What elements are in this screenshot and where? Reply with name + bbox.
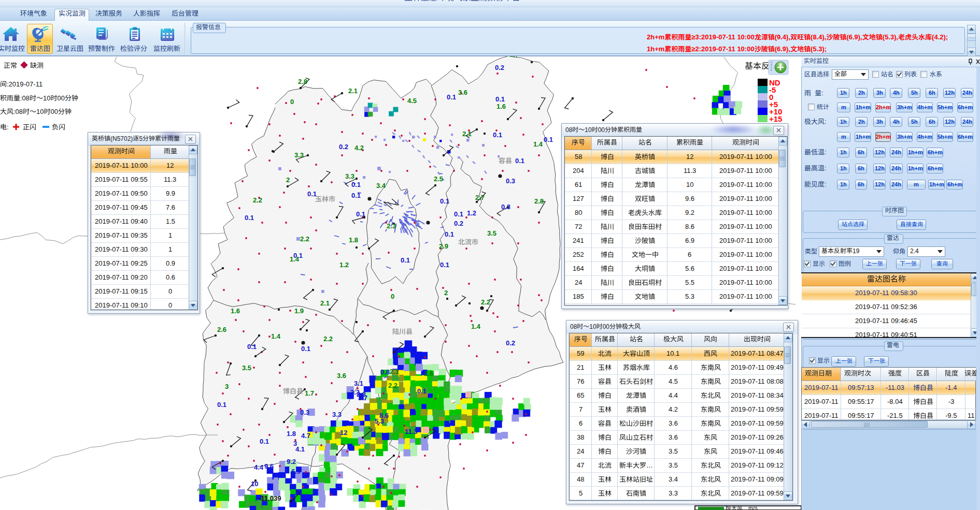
svg-text:12: 12 — [340, 429, 347, 436]
svg-text:(6.9),: (6.9), — [846, 33, 862, 41]
svg-text:0.1: 0.1 — [351, 181, 361, 188]
svg-text:00: 00 — [598, 126, 605, 134]
svg-text:185: 185 — [573, 293, 584, 300]
svg-text:12h: 12h — [945, 90, 955, 96]
svg-text:2019-07-11 09:45: 2019-07-11 09:45 — [95, 203, 148, 211]
svg-text:1h+m: 1h+m — [908, 149, 923, 155]
svg-text:2.2: 2.2 — [388, 382, 397, 389]
svg-text:6h+m: 6h+m — [928, 149, 943, 155]
svg-text:(8.4),: (8.4), — [811, 33, 826, 41]
svg-text:2.9: 2.9 — [439, 242, 448, 250]
svg-text:6.9: 6.9 — [291, 468, 301, 475]
svg-text:2019-07-11 09:52:36: 2019-07-11 09:52:36 — [855, 303, 917, 311]
svg-text:6h+m: 6h+m — [928, 165, 943, 171]
svg-text:61: 61 — [575, 181, 582, 188]
svg-text:-11.039: -11.039 — [259, 494, 281, 502]
svg-text:6h: 6h — [929, 90, 935, 96]
svg-text:2019-07-11 09:12: 2019-07-11 09:12 — [731, 461, 784, 469]
svg-text:4h+m: 4h+m — [917, 134, 932, 140]
svg-text:204: 204 — [573, 167, 584, 174]
svg-text:5h+m: 5h+m — [938, 134, 953, 140]
svg-text:m: m — [914, 181, 919, 187]
svg-text:0.1: 0.1 — [260, 438, 269, 445]
svg-text:2019-07-11 09:55: 2019-07-11 09:55 — [95, 176, 148, 183]
svg-text:5.3: 5.3 — [685, 293, 694, 300]
svg-text:m: m — [841, 134, 846, 140]
svg-text:10: 10 — [251, 480, 258, 488]
svg-text:11.3: 11.3 — [405, 428, 418, 435]
svg-text:2.3: 2.3 — [350, 388, 360, 396]
svg-text:2.1: 2.1 — [348, 87, 358, 95]
svg-text:00: 00 — [58, 94, 65, 102]
svg-text:2019-07-11 10:00: 2019-07-11 10:00 — [719, 223, 772, 230]
svg-text:9.2: 9.2 — [685, 209, 694, 216]
svg-text:-11.03: -11.03 — [886, 384, 904, 391]
svg-text:2019-07-11 09:49: 2019-07-11 09:49 — [731, 363, 784, 371]
svg-text:2h+m: 2h+m — [876, 134, 891, 140]
svg-text:1h: 1h — [840, 90, 847, 96]
svg-text:0.1: 0.1 — [245, 214, 254, 222]
svg-text:4h: 4h — [893, 119, 900, 125]
svg-text:12h: 12h — [875, 165, 885, 171]
svg-text:2.2: 2.2 — [253, 196, 262, 204]
svg-text:48: 48 — [577, 475, 584, 483]
svg-text:0.2: 0.2 — [506, 339, 515, 347]
svg-text:0.1: 0.1 — [417, 387, 427, 395]
svg-text:3.6: 3.6 — [669, 433, 678, 441]
svg-text:9.6: 9.6 — [264, 462, 274, 470]
svg-text:4.4: 4.4 — [669, 391, 678, 399]
svg-text:6h: 6h — [929, 119, 935, 125]
svg-text:3.1: 3.1 — [354, 380, 363, 387]
svg-text:5.6: 5.6 — [685, 265, 694, 272]
svg-text:6h: 6h — [858, 149, 864, 155]
svg-text:3.6: 3.6 — [458, 89, 467, 96]
svg-text:08: 08 — [565, 126, 573, 134]
svg-text:12h: 12h — [945, 119, 955, 125]
svg-text:2019-07-11 09:50: 2019-07-11 09:50 — [95, 190, 148, 197]
svg-text:1.5: 1.5 — [166, 217, 175, 225]
svg-text:2019-07-11: 2019-07-11 — [804, 398, 839, 405]
svg-text:3.3: 3.3 — [332, 411, 342, 418]
svg-text:0.2: 0.2 — [339, 143, 348, 151]
svg-text:0.1: 0.1 — [307, 190, 317, 198]
svg-text:≥3:2019-07-11 10:00: ≥3:2019-07-11 10:00 — [691, 33, 754, 41]
svg-text:2.3: 2.3 — [387, 222, 396, 230]
svg-text:3h+m: 3h+m — [897, 134, 912, 140]
svg-text:59: 59 — [577, 349, 584, 357]
svg-text:09:57:13: 09:57:13 — [848, 384, 874, 391]
svg-text:24h: 24h — [962, 119, 972, 125]
svg-text:3.5: 3.5 — [669, 447, 678, 455]
svg-text:2019-07-11 10:00: 2019-07-11 10:00 — [719, 293, 772, 300]
svg-text:1.4: 1.4 — [471, 323, 481, 330]
svg-text:24: 24 — [577, 447, 584, 455]
svg-text:1.2: 1.2 — [467, 209, 476, 217]
svg-text:0.1: 0.1 — [356, 210, 365, 218]
svg-text:3.5: 3.5 — [487, 229, 496, 237]
svg-text:4.6: 4.6 — [669, 363, 678, 371]
svg-text:2h+m: 2h+m — [647, 33, 664, 41]
svg-text:76: 76 — [577, 377, 584, 385]
svg-text:2019-07-11 10:00: 2019-07-11 10:00 — [719, 153, 772, 161]
svg-text:2019-07-11 10:00: 2019-07-11 10:00 — [719, 265, 772, 272]
svg-text:-21.5: -21.5 — [887, 412, 903, 419]
svg-text:9.6: 9.6 — [685, 195, 694, 202]
svg-text:2019-07-11 08:08: 2019-07-11 08:08 — [731, 377, 784, 385]
svg-text:2.6: 2.6 — [424, 370, 433, 377]
svg-text:2.6: 2.6 — [217, 326, 226, 333]
svg-text:11.3: 11.3 — [164, 176, 176, 183]
svg-text:2h+m: 2h+m — [876, 104, 891, 110]
svg-text:1: 1 — [168, 245, 172, 253]
svg-text:58: 58 — [575, 153, 582, 161]
svg-text:3.4: 3.4 — [376, 182, 386, 190]
svg-text:252: 252 — [573, 251, 584, 258]
svg-text:2.2: 2.2 — [300, 235, 309, 243]
svg-text:3.5: 3.5 — [669, 461, 678, 469]
svg-text:3.3: 3.3 — [669, 489, 678, 497]
svg-text:164: 164 — [573, 265, 584, 272]
svg-text:127: 127 — [573, 195, 584, 202]
svg-text:1.4: 1.4 — [290, 255, 300, 263]
svg-text:6h+m: 6h+m — [947, 181, 962, 187]
svg-text:1h: 1h — [840, 165, 847, 171]
svg-text:8.6: 8.6 — [685, 223, 694, 230]
svg-text:21: 21 — [577, 363, 584, 371]
